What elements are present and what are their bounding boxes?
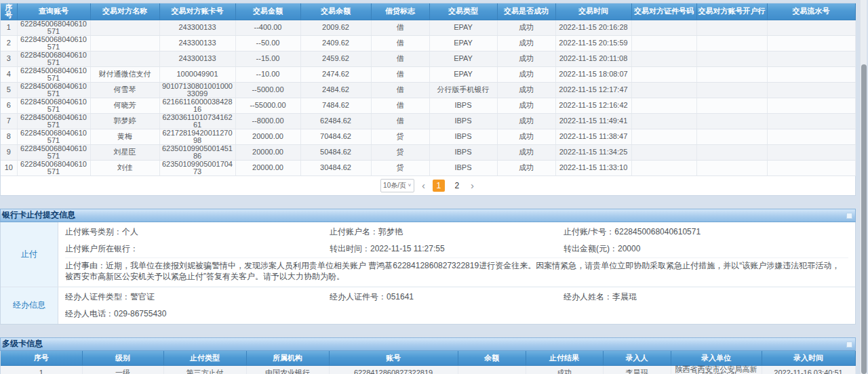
column-header: 交易类型	[429, 3, 497, 20]
table-row: 56228450068040610571何雪琴90107130801001000…	[1, 82, 855, 98]
table-cell	[631, 20, 696, 35]
table-cell	[696, 113, 767, 129]
column-header: 交易对方账卡号	[159, 3, 235, 20]
table-cell: 一级	[82, 366, 163, 374]
collapse-icon[interactable]	[846, 213, 852, 219]
table-cell	[767, 98, 855, 113]
table-cell: 2022-11-15 20:15:59	[555, 35, 631, 51]
table-cell: 成功	[526, 366, 603, 374]
column-header: 交易对方账号开户行	[696, 3, 767, 20]
table-cell	[767, 66, 855, 82]
page-buttons: 12	[433, 180, 463, 192]
column-header: 级别	[82, 351, 163, 366]
table-cell: 3	[1, 51, 17, 66]
table-cell: IBPS	[429, 160, 497, 175]
table-row: 1一级第三方止付中国农业银行6228412860827322819成功李晨琨陕西…	[1, 366, 855, 374]
table-row: 46228450068040610571财付通微信支付1000049901--1…	[1, 66, 855, 82]
table-cell: 何晓芳	[90, 98, 159, 113]
table-cell	[767, 113, 855, 129]
table-cell: EPAY	[429, 35, 497, 51]
vertical-scrollbar	[860, 0, 867, 374]
transactions-table-header: 序号查询账号交易对方名称交易对方账卡号交易金额交易余额借贷标志交易类型交易是否成…	[1, 3, 855, 20]
page-size-label: 10条/页	[383, 181, 406, 190]
info-field: 止付账户所在银行：	[65, 241, 330, 257]
table-cell: 成功	[497, 20, 555, 35]
multi-card-section: 多级卡信息 序号级别止付类型所属机构账号余额止付结果录入人录入单位录入时间 1一…	[0, 337, 856, 374]
table-cell	[696, 160, 767, 175]
scrollbar-thumb[interactable]	[861, 64, 867, 374]
column-header: 止付结果	[526, 351, 603, 366]
handler-info-group-body: 经办人证件类型：警官证经办人证件号：051641经办人姓名：李晨琨经办人电话：0…	[58, 287, 855, 324]
table-cell: 贷	[371, 129, 429, 144]
column-header: 交易是否成功	[497, 3, 555, 20]
table-cell	[458, 366, 526, 374]
table-cell: 2022-11-15 20:11:08	[555, 51, 631, 66]
table-cell: 黄梅	[90, 129, 159, 144]
table-cell: IBPS	[429, 144, 497, 160]
table-cell: 成功	[497, 35, 555, 51]
table-cell: 借	[371, 51, 429, 66]
table-cell: 6235010990500170473	[159, 160, 235, 175]
table-cell: 成功	[497, 98, 555, 113]
next-page-button[interactable]: ›	[469, 180, 475, 190]
table-row: 26228450068040610571243300133--50.002409…	[1, 35, 855, 51]
multi-card-table: 序号级别止付类型所属机构账号余额止付结果录入人录入单位录入时间 1一级第三方止付…	[1, 351, 856, 374]
table-cell: 2474.62	[300, 66, 371, 82]
info-field: 止付账/卡号：6228450068040610571	[564, 224, 848, 241]
table-row: 36228450068040610571243300133--15.002459…	[1, 51, 855, 66]
table-cell	[631, 129, 696, 144]
table-cell: EPAY	[429, 20, 497, 35]
table-cell	[696, 66, 767, 82]
page-button-1[interactable]: 1	[433, 180, 445, 192]
table-cell	[767, 144, 855, 160]
column-header: 交易时间	[555, 3, 631, 20]
table-cell: 6228450068040610571	[17, 51, 90, 66]
table-cell: 成功	[497, 160, 555, 175]
table-cell	[696, 144, 767, 160]
column-header: 交易对方证件号码	[631, 3, 696, 20]
stop-payment-group-label: 止付	[1, 222, 58, 287]
table-cell	[767, 51, 855, 66]
table-cell	[767, 20, 855, 35]
page-button-2[interactable]: 2	[451, 180, 463, 192]
transactions-table: 序号查询账号交易对方名称交易对方账卡号交易金额交易余额借贷标志交易类型交易是否成…	[1, 3, 856, 176]
table-cell	[696, 35, 767, 51]
table-cell: 6235010990500145186	[159, 144, 235, 160]
table-cell: 借	[371, 66, 429, 82]
handler-info-fields: 经办人证件类型：警官证经办人证件号：051641经办人姓名：李晨琨经办人电话：0…	[65, 289, 848, 323]
table-cell	[631, 82, 696, 98]
info-field: 转出时间：2022-11-15 11:27:55	[330, 241, 564, 257]
column-header: 录入单位	[671, 351, 762, 366]
header-row: 序号级别止付类型所属机构账号余额止付结果录入人录入单位录入时间	[1, 351, 855, 366]
table-cell	[696, 98, 767, 113]
table-cell: --10.00	[235, 66, 300, 82]
table-cell: 成功	[497, 113, 555, 129]
column-header: 交易余额	[300, 3, 371, 20]
column-header: 账号	[329, 351, 458, 366]
table-cell	[90, 20, 159, 35]
info-field: 止付账户名：郭梦艳	[330, 224, 564, 241]
table-cell: 6228412860827322819	[329, 366, 458, 374]
table-cell: --400.00	[235, 20, 300, 35]
column-header: 交易流水号	[767, 3, 855, 20]
table-cell: --50.00	[235, 35, 300, 51]
column-header: 所属机构	[246, 351, 329, 366]
table-cell: EPAY	[429, 66, 497, 82]
table-cell: 8	[1, 129, 17, 144]
table-cell: 1	[1, 20, 17, 35]
table-cell	[90, 35, 159, 51]
table-cell: --5000.00	[235, 82, 300, 98]
table-cell: 2409.62	[300, 35, 371, 51]
chevron-down-icon: ∨	[408, 183, 412, 188]
header-row: 序号查询账号交易对方名称交易对方账卡号交易金额交易余额借贷标志交易类型交易是否成…	[1, 3, 855, 20]
table-row: 96228450068040610571刘星臣62350109905001451…	[1, 144, 855, 160]
table-cell: 中国农业银行	[246, 366, 329, 374]
table-cell: 成功	[497, 66, 555, 82]
page-size-select[interactable]: 10条/页 ∨	[380, 179, 414, 192]
collapse-icon[interactable]	[846, 341, 852, 348]
table-cell	[696, 20, 767, 35]
prev-page-button[interactable]: ‹	[420, 180, 427, 190]
table-row: 66228450068040610571何晓芳62166116000038428…	[1, 98, 855, 113]
table-cell: 刘星臣	[90, 144, 159, 160]
table-cell	[767, 160, 855, 175]
